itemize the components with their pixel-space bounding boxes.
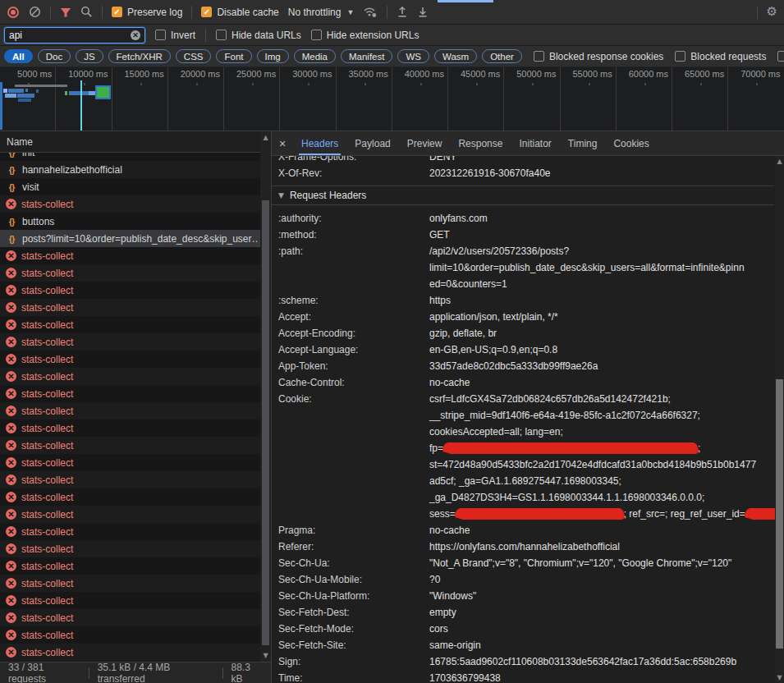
header-row: :path:/api2/v2/users/20572336/posts?limi… [278, 243, 774, 292]
request-row[interactable]: ✕stats-collect [0, 402, 271, 419]
network-conditions-button[interactable] [363, 6, 378, 18]
request-row[interactable]: {}init [0, 153, 271, 161]
timeline-minor-tick [476, 83, 478, 85]
disable-cache-checkbox[interactable]: ✓ Disable cache [201, 7, 278, 18]
clear-button[interactable] [29, 6, 41, 18]
timeline-section: 35000 ms [337, 67, 392, 131]
request-row[interactable]: ✕stats-collect [0, 523, 271, 540]
details-tab-headers[interactable]: Headers [293, 131, 346, 155]
waterfall-overview[interactable]: 5000 ms10000 ms15000 ms20000 ms25000 ms3… [0, 67, 784, 131]
close-details-button[interactable]: × [272, 137, 293, 150]
preserve-log-checkbox[interactable]: ✓ Preserve log [112, 7, 182, 18]
scroll-down-icon[interactable]: ▼ [260, 652, 271, 659]
waterfall-bar [17, 94, 34, 98]
request-row[interactable]: ✕stats-collect [0, 282, 271, 299]
clear-filter-icon[interactable]: ✕ [131, 30, 140, 40]
type-filter-pill[interactable]: Fetch/XHR [108, 49, 171, 63]
type-filter-pill[interactable]: Media [294, 49, 336, 63]
search-button[interactable] [80, 6, 93, 18]
request-row[interactable]: ✕stats-collect [0, 419, 271, 437]
request-row[interactable]: ✕stats-collect [0, 644, 271, 661]
type-filter-pill[interactable]: Manifest [341, 49, 392, 63]
scroll-up-icon[interactable]: ▲ [260, 134, 271, 141]
type-filter-pill[interactable]: Wasm [434, 49, 477, 63]
request-row[interactable]: ✕stats-collect [0, 333, 271, 351]
request-row[interactable]: ✕stats-collect [0, 247, 271, 264]
header-value-line: 202312261916-30670fa40e [429, 165, 774, 181]
checkbox-checked-icon: ✓ [112, 7, 122, 17]
request-row[interactable]: ✕stats-collect [0, 471, 271, 488]
request-row[interactable]: ✕stats-collect [0, 592, 271, 609]
scroll-up-icon[interactable]: ▲ [775, 158, 784, 165]
request-row[interactable]: {}hannahelizabethofficial [0, 161, 271, 178]
request-row[interactable]: ✕stats-collect [0, 437, 271, 454]
request-row[interactable]: ✕stats-collect [0, 368, 271, 385]
failed-request-icon: ✕ [6, 492, 16, 502]
request-row[interactable]: ✕stats-collect [0, 316, 271, 333]
timeline-tick-label: 40000 ms [405, 69, 444, 79]
details-tab-payload[interactable]: Payload [346, 131, 398, 155]
request-row[interactable]: ✕stats-collect [0, 264, 271, 282]
request-name: visit [22, 181, 258, 193]
request-row[interactable]: ✕stats-collect [0, 488, 271, 506]
request-row[interactable]: ✕stats-collect [0, 385, 271, 402]
timeline-tick-label: 45000 ms [461, 69, 500, 79]
type-filter-pill[interactable]: All [4, 49, 33, 63]
type-filter-pill[interactable]: JS [76, 49, 103, 63]
throttling-dropdown[interactable]: No throttling ▼ [288, 7, 355, 18]
record-button[interactable] [7, 6, 20, 19]
request-row[interactable]: ✕stats-collect [0, 609, 271, 626]
request-row[interactable]: {}visit [0, 178, 271, 195]
request-row[interactable]: ✕stats-collect [0, 575, 271, 592]
request-row[interactable]: ✕stats-collect [0, 195, 271, 213]
hide-extension-urls-checkbox[interactable]: Hide extension URLs [311, 30, 420, 41]
scroll-down-icon[interactable]: ▼ [775, 674, 784, 681]
waterfall-bar [18, 99, 31, 102]
details-tab-timing[interactable]: Timing [560, 131, 606, 155]
type-filter-pill[interactable]: CSS [176, 49, 212, 63]
filter-input[interactable] [9, 30, 127, 41]
third-party-requests-checkbox[interactable]: 3rd-party requests [777, 51, 784, 62]
type-filter-pill[interactable]: WS [397, 49, 429, 63]
name-column-header[interactable]: Name [0, 131, 271, 153]
details-tab-response[interactable]: Response [450, 131, 511, 155]
request-row[interactable]: {}posts?limit=10&order=publish_date_desc… [0, 230, 271, 247]
timeline-section: 55000 ms [561, 67, 617, 131]
toolbar-separator [387, 6, 387, 19]
type-filter-pill[interactable]: Doc [38, 49, 71, 63]
invert-checkbox[interactable]: Invert [155, 30, 195, 41]
details-tab-initiator[interactable]: Initiator [511, 131, 559, 155]
request-row[interactable]: {}buttons [0, 213, 271, 230]
request-row[interactable]: ✕stats-collect [0, 454, 271, 471]
failed-request-icon: ✕ [6, 440, 16, 451]
blocked-response-cookies-checkbox[interactable]: Blocked response cookies [534, 51, 663, 62]
failed-request-icon: ✕ [6, 319, 16, 330]
export-har-button[interactable] [417, 6, 429, 18]
type-filter-pill[interactable]: Other [482, 49, 522, 63]
request-row[interactable]: ✕stats-collect [0, 506, 271, 523]
request-name: stats-collect [21, 457, 258, 469]
details-scrollbar[interactable]: ▲ ▼ [775, 156, 784, 683]
filter-button[interactable] [60, 7, 71, 18]
hide-data-urls-checkbox[interactable]: Hide data URLs [216, 30, 301, 41]
type-filter-pill[interactable]: Font [216, 49, 251, 63]
blocked-requests-checkbox[interactable]: Blocked requests [675, 51, 766, 62]
request-list-scrollbar[interactable]: ▲ ▼ [260, 131, 271, 662]
request-row[interactable]: ✕stats-collect [0, 557, 271, 575]
request-headers-section-header[interactable]: ▼Request Headers [272, 186, 774, 205]
settings-gear-icon[interactable]: ⚙ [767, 6, 777, 18]
type-filter-pill[interactable]: Img [257, 49, 289, 63]
import-har-button[interactable] [397, 6, 408, 18]
header-row: App-Token:33d57ade8c02dbc5a333db99ff9ae2… [278, 358, 774, 374]
details-tab-cookies[interactable]: Cookies [605, 131, 657, 155]
details-tab-preview[interactable]: Preview [399, 131, 451, 155]
resources-size: 88.3 kB [232, 662, 263, 683]
request-row[interactable]: ✕stats-collect [0, 299, 271, 316]
wifi-gear-icon [363, 6, 378, 18]
scrollbar-thumb[interactable] [262, 200, 269, 645]
header-name: Sec-Ch-Ua-Platform: [278, 588, 429, 604]
scrollbar-thumb[interactable] [776, 379, 783, 649]
request-row[interactable]: ✕stats-collect [0, 540, 271, 557]
request-row[interactable]: ✕stats-collect [0, 626, 271, 644]
request-row[interactable]: ✕stats-collect [0, 351, 271, 368]
